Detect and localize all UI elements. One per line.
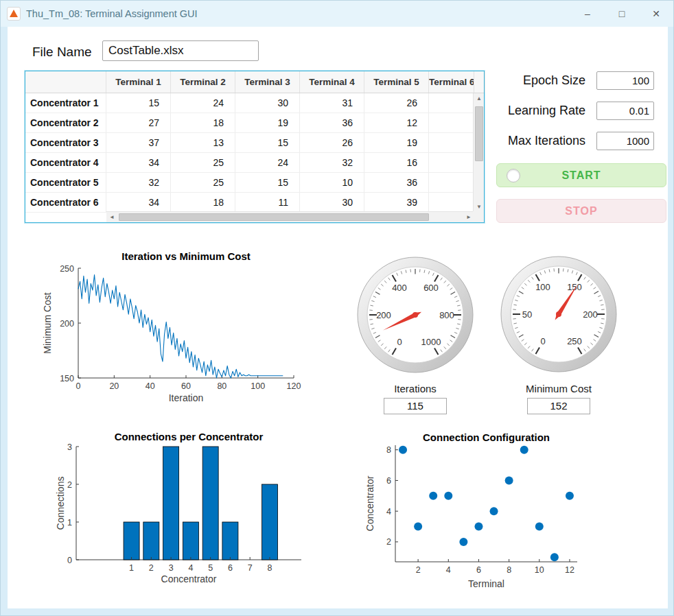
maximize-button-icon[interactable]: □ xyxy=(605,1,639,27)
svg-text:600: 600 xyxy=(423,283,439,293)
table-cell[interactable]: 12 xyxy=(364,113,429,132)
svg-text:250: 250 xyxy=(567,336,582,346)
scroll-left-icon[interactable]: ◄ xyxy=(106,212,117,223)
window-controls: – □ ✕ xyxy=(570,1,673,27)
minimum-cost-gauge: 050100150200250 xyxy=(497,252,620,376)
file-name-input[interactable] xyxy=(102,40,259,61)
svg-text:2: 2 xyxy=(386,537,391,547)
minimum-cost-value-field[interactable]: 152 xyxy=(527,398,590,414)
table-cell[interactable]: 16 xyxy=(364,153,429,172)
connection-configuration-scatter: 246810122468Connection ConfigurationTerm… xyxy=(364,431,591,597)
table-cell[interactable]: 19 xyxy=(364,133,429,152)
svg-text:200: 200 xyxy=(583,309,598,320)
svg-text:5: 5 xyxy=(208,563,213,573)
epoch-size-input[interactable] xyxy=(596,71,654,90)
svg-text:40: 40 xyxy=(146,381,155,391)
table-cell[interactable]: 32 xyxy=(300,153,364,172)
svg-text:7: 7 xyxy=(248,563,253,573)
svg-text:150: 150 xyxy=(567,282,582,292)
svg-text:0: 0 xyxy=(76,381,81,391)
table-cell[interactable]: 25 xyxy=(171,173,235,192)
svg-text:Concentrator: Concentrator xyxy=(161,573,217,584)
table-cell[interactable]: 15 xyxy=(235,173,300,192)
svg-text:0: 0 xyxy=(540,336,545,346)
start-button[interactable]: START xyxy=(496,163,666,187)
svg-text:120: 120 xyxy=(287,381,301,391)
table-cell[interactable]: 15 xyxy=(235,133,300,152)
svg-text:3: 3 xyxy=(67,442,72,452)
table-cell[interactable]: 30 xyxy=(300,193,364,212)
app-window: Thu_Tm_08: Terminal Assignment GUI – □ ✕… xyxy=(0,0,674,616)
iterations-gauge: 02004006008001000 xyxy=(353,253,477,377)
max-iterations-input[interactable] xyxy=(596,132,654,150)
app-content: File Name Terminal 1Terminal 2Terminal 3… xyxy=(8,27,668,608)
column-header: Terminal 4 xyxy=(300,71,364,93)
svg-text:150: 150 xyxy=(60,374,74,383)
table-cell[interactable]: 18 xyxy=(171,113,235,132)
start-button-label: START xyxy=(561,169,601,182)
table-cell[interactable]: 19 xyxy=(235,113,300,132)
row-header: Concentrator 6 xyxy=(25,193,106,212)
file-name-label: File Name xyxy=(32,42,92,62)
table-cell[interactable]: 37 xyxy=(106,133,171,152)
lamp-indicator-icon xyxy=(507,169,520,182)
svg-text:1: 1 xyxy=(67,518,72,528)
table-cell[interactable]: 24 xyxy=(171,93,235,112)
table-cell[interactable]: 34 xyxy=(106,193,171,212)
iteration-cost-line-chart: 020406080100120150200250Iteration vs Min… xyxy=(42,249,303,410)
table-cell[interactable]: 31 xyxy=(300,93,364,112)
table-cell[interactable]: 36 xyxy=(364,173,429,192)
svg-text:250: 250 xyxy=(60,264,74,274)
svg-text:800: 800 xyxy=(439,310,454,320)
table-row: Concentrator 33713152619 xyxy=(25,133,484,153)
table-row: Concentrator 43425243216 xyxy=(25,153,484,173)
table-cell[interactable]: 30 xyxy=(235,93,300,112)
horizontal-scroll-thumb[interactable] xyxy=(119,213,429,221)
table-cell[interactable]: 26 xyxy=(364,93,429,112)
svg-text:1: 1 xyxy=(129,563,134,573)
table-cell[interactable]: 39 xyxy=(364,193,429,212)
svg-text:8: 8 xyxy=(507,565,511,575)
svg-text:6: 6 xyxy=(476,565,481,575)
minimize-button-icon[interactable]: – xyxy=(570,1,605,27)
table-cell[interactable]: 18 xyxy=(171,193,235,212)
minimum-cost-gauge-label: Minimum Cost xyxy=(497,383,620,394)
svg-text:Connection Configuration: Connection Configuration xyxy=(423,431,550,443)
table-corner-cell xyxy=(25,71,106,93)
table-horizontal-scrollbar[interactable]: ◄ ► xyxy=(106,211,474,222)
table-cell[interactable] xyxy=(429,173,474,192)
stop-button-label: STOP xyxy=(565,205,597,217)
svg-text:0: 0 xyxy=(397,337,402,347)
row-header: Concentrator 1 xyxy=(25,93,106,112)
table-cell[interactable]: 24 xyxy=(235,153,300,172)
column-header: Terminal 5 xyxy=(364,71,429,93)
table-cell[interactable]: 34 xyxy=(106,153,171,172)
learning-rate-input[interactable] xyxy=(596,102,654,120)
cost-table: Terminal 1Terminal 2Terminal 3Terminal 4… xyxy=(25,71,485,223)
table-cell[interactable]: 10 xyxy=(300,173,364,192)
svg-text:2: 2 xyxy=(416,565,421,575)
table-cell[interactable]: 15 xyxy=(106,93,171,112)
close-button-icon[interactable]: ✕ xyxy=(639,1,673,27)
table-cell[interactable]: 11 xyxy=(235,193,300,212)
svg-text:20: 20 xyxy=(109,381,119,391)
svg-text:0: 0 xyxy=(67,556,72,565)
table-cell[interactable] xyxy=(429,153,474,172)
svg-text:4: 4 xyxy=(446,565,451,575)
svg-text:Connections per Concentrator: Connections per Concentrator xyxy=(115,431,264,442)
table-cell[interactable] xyxy=(429,193,474,212)
row-header: Concentrator 4 xyxy=(25,153,106,172)
svg-text:400: 400 xyxy=(392,283,407,293)
svg-text:80: 80 xyxy=(217,381,226,391)
table-cell[interactable]: 13 xyxy=(171,133,235,152)
window-title: Thu_Tm_08: Terminal Assignment GUI xyxy=(26,8,198,19)
table-cell[interactable]: 27 xyxy=(106,113,171,132)
table-cell[interactable]: 32 xyxy=(106,173,171,192)
table-cell[interactable]: 25 xyxy=(171,153,235,172)
table-cell[interactable]: 36 xyxy=(300,113,364,132)
svg-text:Iteration: Iteration xyxy=(169,392,204,403)
table-cell[interactable]: 26 xyxy=(300,133,364,152)
svg-text:Concentrator: Concentrator xyxy=(364,475,375,531)
stop-button[interactable]: STOP xyxy=(496,199,666,223)
iterations-value-field[interactable]: 115 xyxy=(384,398,447,414)
